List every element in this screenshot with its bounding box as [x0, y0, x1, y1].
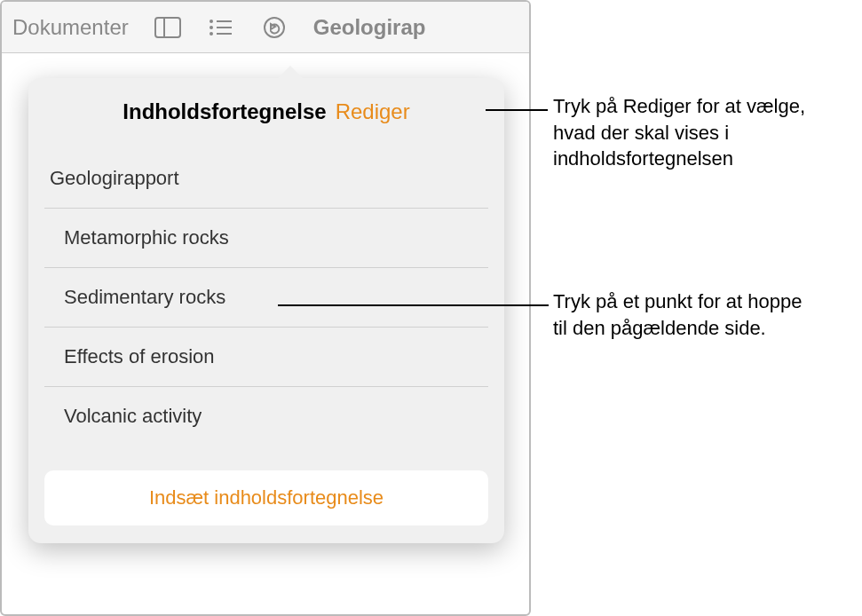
toc-list-icon[interactable]: [207, 13, 235, 42]
svg-rect-0: [155, 18, 180, 37]
toc-popover: Indholdsfortegnelse Rediger Geologirappo…: [28, 78, 504, 543]
callout-line: [278, 304, 549, 306]
toc-list: Geologirapport Metamorphic rocks Sedimen…: [44, 149, 488, 446]
undo-icon[interactable]: [260, 13, 289, 42]
edit-button[interactable]: Rediger: [336, 99, 410, 124]
callout-line: [486, 109, 548, 111]
toc-item[interactable]: Effects of erosion: [44, 328, 488, 387]
popover-header: Indholdsfortegnelse Rediger: [44, 99, 488, 124]
documents-button[interactable]: Dokumenter: [12, 15, 129, 40]
document-title: Geologirap: [313, 15, 426, 40]
sidebar-icon[interactable]: [154, 13, 182, 42]
svg-point-4: [210, 26, 213, 29]
toc-item[interactable]: Metamorphic rocks: [44, 209, 488, 268]
popover-arrow: [276, 66, 304, 80]
toolbar: Dokumenter Geologirap: [2, 2, 529, 53]
toc-item[interactable]: Volcanic activity: [44, 387, 488, 446]
callout-item: Tryk på et punkt for at hoppe til den på…: [553, 288, 819, 341]
svg-point-2: [210, 20, 213, 23]
toc-item[interactable]: Geologirapport: [44, 149, 488, 209]
insert-toc-button[interactable]: Indsæt indholdsfortegnelse: [44, 470, 488, 525]
app-window: Dokumenter Geologirap Indholdsfortegnels…: [0, 0, 531, 616]
callout-edit: Tryk på Rediger for at vælge, hvad der s…: [553, 93, 837, 172]
popover-title: Indholdsfortegnelse: [123, 99, 326, 124]
svg-point-6: [210, 32, 213, 36]
toc-item[interactable]: Sedimentary rocks: [44, 268, 488, 328]
